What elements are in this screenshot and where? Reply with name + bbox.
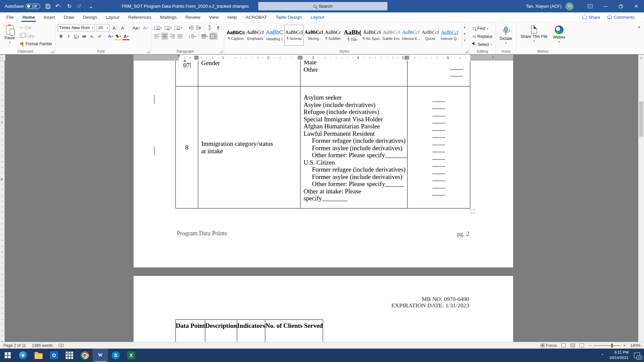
ribbon-tab[interactable]: Insert [39,13,59,22]
answer-blank[interactable] [450,63,463,70]
minimize-button[interactable]: — [598,0,613,12]
ribbon-tab[interactable]: Layout [306,13,329,22]
align-left-button[interactable] [153,33,160,40]
table-header-cell[interactable]: Description [205,319,237,342]
taskbar-item-outlook[interactable]: O [46,349,62,362]
data-point-cell[interactable]: 8 [175,86,198,208]
taskbar-item-app-grid[interactable] [62,349,77,362]
ribbon-display-options-icon[interactable] [582,0,598,12]
highlight-button[interactable]: ✎▾ [114,33,122,40]
numbered-list-button[interactable]: ▾ [163,24,173,32]
ribbon-tab[interactable]: Design [79,13,102,22]
clipboard-dialog-launcher-icon[interactable] [51,50,54,53]
style-item[interactable]: AaBb( ¶ Title [343,25,362,46]
ribbon-tab[interactable]: Table Design [271,13,306,22]
first-line-indent-marker[interactable] [177,55,180,59]
clients-served-cell[interactable] [407,86,470,208]
strikethrough-button[interactable]: ab [80,33,88,40]
web-layout-icon[interactable] [580,344,584,347]
answer-blank[interactable] [432,181,445,188]
user-name[interactable]: Tan, Xiayun (ACF) [526,4,561,9]
ribbon-tab[interactable]: Mailings [156,13,181,22]
word-count[interactable]: 1385 words [32,343,53,348]
vertical-scrollbar[interactable] [638,61,644,342]
styles-scroll-up-icon[interactable]: ▲ [462,24,467,31]
table-column-marker[interactable] [194,56,199,60]
proofing-errors-icon[interactable] [59,344,63,347]
taskbar-item-edge[interactable]: e [15,349,31,362]
redo-icon[interactable]: ↻ [66,3,72,9]
ribbon-tab[interactable]: References [124,13,156,22]
font-size-combo[interactable]: 10▾ [96,24,110,32]
scroll-up-arrow-icon[interactable]: ▲ [638,55,644,61]
tray-expand-icon[interactable]: ⌃ [601,353,604,358]
read-mode-icon[interactable] [561,344,566,347]
answer-blank[interactable] [432,95,445,102]
ribbon-tab[interactable]: ACROBAT [241,13,271,22]
ribbon-tab[interactable]: File [2,13,18,22]
paste-button[interactable]: Paste▾ [2,24,17,48]
focus-mode-button[interactable]: Focus [541,343,557,348]
data-point-cell[interactable]: 07 [175,61,198,86]
style-item[interactable]: AaBbCc ¶ Subtitle [323,25,342,46]
clear-formatting-button[interactable]: A◊ [142,24,149,32]
align-center-button[interactable] [161,33,168,40]
show-hide-paragraph-button[interactable]: ¶ [215,24,222,32]
change-case-button[interactable]: Aa▾ [131,24,141,32]
answer-blank[interactable] [432,145,445,153]
save-icon[interactable] [45,3,51,9]
answer-blank[interactable] [450,70,463,76]
select-button[interactable]: Select▾ [472,41,493,48]
font-color-button[interactable]: A▾ [122,33,129,40]
ribbon-tab[interactable]: View [205,13,223,22]
print-layout-icon[interactable] [571,344,575,347]
customize-qat-chevron-icon[interactable]: ⌄ [88,3,94,9]
collapse-ribbon-icon[interactable]: ▲ [637,24,641,29]
table-header-cell[interactable]: Data Point [175,319,205,342]
horizontal-ruler[interactable]: 1234567 [133,55,513,61]
taskbar-item-file-explorer[interactable] [31,349,46,362]
superscript-button[interactable]: x² [96,33,103,40]
format-painter-button[interactable]: Format Painter [19,40,53,47]
table-row[interactable]: 07 Gender MaleOther [175,61,470,86]
zoom-out-icon[interactable]: − [589,343,591,348]
ribbon-tab[interactable]: Layout [102,13,124,22]
document-page-1[interactable]: 07 Gender MaleOther 8 [133,61,513,267]
close-button[interactable]: ✕ [629,0,644,12]
clients-served-cell[interactable] [407,61,470,86]
vertical-ruler[interactable]: 7 8 [0,61,5,342]
answer-blank[interactable] [432,138,445,145]
answer-blank[interactable] [432,123,445,131]
table-resize-handle[interactable] [471,209,475,214]
styles-dialog-launcher-icon[interactable] [465,50,468,53]
answer-blank[interactable] [432,160,445,167]
indicators-cell[interactable]: MaleOther [300,61,407,86]
description-cell[interactable]: Gender [198,61,300,86]
italic-button[interactable]: I [65,33,72,40]
answer-blank[interactable] [432,167,445,174]
ribbon-tab[interactable]: Review [181,13,205,22]
answer-blank[interactable] [432,102,445,109]
data-points-table[interactable]: 07 Gender MaleOther 8 [175,61,470,208]
underline-button[interactable]: U▾ [73,33,80,40]
table-header-cell[interactable]: Indicators [237,319,265,342]
shading-button[interactable]: ▾ [201,33,209,40]
subscript-button[interactable]: x₂ [88,33,95,40]
search-box[interactable]: Search [258,2,387,10]
style-item[interactable]: AaBbCcI Emphasis [246,25,265,46]
style-item[interactable]: AaBbCcI ¶ Normal [284,25,304,46]
font-dialog-launcher-icon[interactable] [147,50,150,53]
style-item[interactable]: AaBbCcI Quote [421,25,440,46]
start-button[interactable] [0,349,15,362]
ribbon-tab[interactable]: Draw [59,13,79,22]
taskbar-item-skype[interactable]: S [108,349,123,362]
table-header-row[interactable]: Data PointDescriptionIndicatorsNo. of Cl… [175,319,470,342]
table-row[interactable]: 8 Immigration category/status at intake … [175,86,470,208]
dictate-button[interactable]: Dictate▾ [498,24,514,48]
multilevel-list-button[interactable]: ▾ [173,24,183,32]
style-item[interactable]: AaBbCcI Strong [304,25,323,46]
table-column-marker[interactable] [298,56,302,60]
align-right-button[interactable] [169,33,176,40]
taskbar-clock[interactable]: 6:11 PM 10/14/2021 [609,350,629,360]
table-header-cell[interactable]: No. of Clients Served [265,319,323,342]
